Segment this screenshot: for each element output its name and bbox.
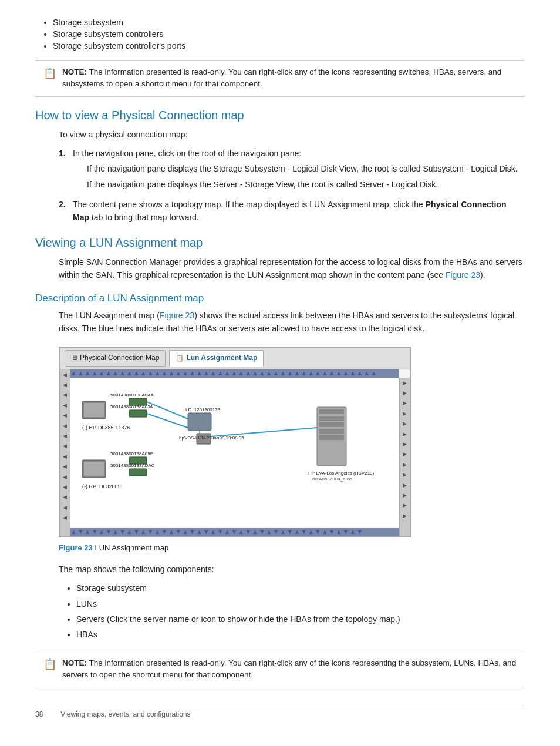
note-text-2: NOTE: The information presented is read-… (62, 657, 517, 681)
server-2-label: (-) RP_DL32005 (82, 483, 121, 489)
bottom-arrow-border: ▲▼▲▼▲▼▲▼▲▼▲▼▲▼▲▼▲▼▲▼▲▼▲▼▲▼▲▼▲▼▲▼▲▼▲▼▲▼▲▼… (70, 528, 399, 536)
right-arrow-9[interactable]: ▶ (403, 461, 407, 469)
storage-row-3 (319, 422, 344, 427)
step-1-subbullets: If the navigation pane displays the Stor… (87, 162, 525, 191)
map-comp-1: Storage subsystem (76, 582, 525, 594)
right-arrow-13[interactable]: ▶ (403, 501, 407, 509)
figure-caption-label: Figure 23 (59, 543, 93, 552)
storage-row-4 (319, 429, 344, 434)
figure-23-caption: Figure 23 LUN Assignment map (59, 542, 525, 555)
left-arrow-8[interactable]: ◀ (63, 442, 67, 450)
right-arrow-8[interactable]: ▶ (403, 450, 407, 458)
bullet-item-1: Storage subsystem (53, 18, 525, 27)
right-arrow-4[interactable]: ▶ (403, 409, 407, 418)
bottom-arrows: ▲▼▲▼▲▼▲▼▲▼▲▼▲▼▲▼▲▼▲▼▲▼▲▼▲▼▲▼▲▼▲▼▲▼▲▼▲▼▲▼… (70, 528, 363, 536)
footer-text: Viewing maps, events, and configurations (60, 710, 190, 718)
left-arrow-3[interactable]: ◀ (63, 391, 67, 399)
storage-label-1: HP EVA-Los Angeles (HSV210) (308, 471, 375, 476)
figure-tab-bar: 🖥 Physical Connection Map 📋 Lun Assignme… (60, 348, 410, 369)
right-arrow-1[interactable]: ▶ (403, 379, 407, 387)
section-heading-physical: How to view a Physical Connection map (35, 109, 525, 122)
storage-row-5 (319, 435, 344, 440)
ld-icon (188, 413, 211, 431)
figure-caption-text: LUN Assignment map (93, 543, 168, 552)
lun-intro-text: Simple SAN Connection Manager provides a… (59, 256, 525, 282)
server-1-screen (84, 403, 104, 417)
section-heading-lun: Viewing a LUN Assignment map (35, 236, 525, 250)
tab-physical-icon: 🖥 (71, 353, 77, 364)
top-arrows: ▲▲▲▲▲▲▲▲▲▲▲▲▲▲▲▲▲▲▲▲▲▲▲▲▲▲▲▲▲▲▲▲▲▲▲▲▲▲▲▲… (70, 369, 377, 378)
hba-label-4: 500143800138ADAC (110, 463, 155, 468)
section-heading-desc: Description of a LUN Assignment map (35, 293, 525, 304)
right-scrollbar[interactable]: ▶ ▶ ▶ ▶ ▶ ▶ ▶ ▶ ▶ ▶ ▶ ▶ ▶ ▶ (399, 378, 410, 536)
left-arrow-5[interactable]: ◀ (63, 411, 67, 419)
right-arrow-7[interactable]: ▶ (403, 440, 407, 448)
left-arrow-2[interactable]: ◀ (63, 381, 67, 389)
right-arrow-3[interactable]: ▶ (403, 399, 407, 407)
left-arrow-4[interactable]: ◀ (63, 401, 67, 409)
bullet-item-2: Storage subsystem controllers (53, 29, 525, 39)
right-arrow-2[interactable]: ▶ (403, 389, 407, 397)
step-2-num: 2. (59, 198, 69, 211)
section-lun-body: Simple SAN Connection Manager provides a… (59, 256, 525, 282)
lun-storage-line (211, 428, 317, 436)
figure-23-link-2[interactable]: Figure 23 (160, 311, 194, 320)
diagram-area: ▲▲▲▲▲▲▲▲▲▲▲▲▲▲▲▲▲▲▲▲▲▲▲▲▲▲▲▲▲▲▲▲▲▲▲▲▲▲▲▲… (70, 369, 399, 536)
storage-row-2 (319, 416, 344, 421)
left-arrow-15[interactable]: ◀ (63, 513, 67, 522)
left-arrow-11[interactable]: ◀ (63, 473, 67, 481)
hba-chip-4 (129, 469, 147, 476)
left-arrow-9[interactable]: ◀ (63, 452, 67, 461)
intro-bullet-list: Storage subsystem Storage subsystem cont… (53, 18, 525, 51)
storage-row-1 (319, 409, 344, 414)
physical-steps-list: 1. In the navigation pane, click on the … (59, 147, 525, 224)
step-1-sub-1: If the navigation pane displays the Stor… (87, 162, 525, 175)
map-components-list: Storage subsystem LUNs Servers (Click th… (76, 582, 525, 641)
left-arrow-7[interactable]: ◀ (63, 432, 67, 440)
hba-label-1: 500143800138A0AA (110, 392, 154, 398)
page-footer: 38 Viewing maps, events, and configurati… (35, 705, 525, 718)
left-scrollbar[interactable]: ◀ ◀ ◀ ◀ ◀ ◀ ◀ ◀ ◀ ◀ ◀ ◀ ◀ ◀ ◀ (60, 369, 70, 536)
section-desc-body: The LUN Assignment map (Figure 23) shows… (59, 309, 525, 641)
physical-intro: To view a physical connection map: (59, 128, 525, 141)
right-arrow-12[interactable]: ▶ (403, 491, 407, 499)
step-1-sub-2: If the navigation pane displays the Serv… (87, 178, 525, 191)
left-arrow-1[interactable]: ◀ (63, 371, 67, 379)
left-arrow-12[interactable]: ◀ (63, 483, 67, 491)
server-1-label: (-) RP-DL385-11376 (82, 425, 130, 431)
storage-label-2: 60:A0537004_alias (312, 476, 353, 482)
top-arrow-border: ▲▲▲▲▲▲▲▲▲▲▲▲▲▲▲▲▲▲▲▲▲▲▲▲▲▲▲▲▲▲▲▲▲▲▲▲▲▲▲▲… (70, 369, 399, 378)
step-1: 1. In the navigation pane, click on the … (59, 147, 525, 193)
map-comp-3: Servers (Click the server name or icon t… (76, 613, 525, 626)
note-icon-1: 📋 (43, 67, 56, 80)
tab-lun-assignment[interactable]: 📋 Lun Assignment Map (169, 350, 264, 366)
step-1-num: 1. (59, 147, 69, 160)
step-1-content: In the navigation pane, click on the roo… (73, 147, 525, 193)
step-2: 2. The content pane shows a topology map… (59, 198, 525, 224)
note-box-2: 📋 NOTE: The information presented is rea… (35, 651, 525, 688)
hba-label-3: 500143800138A09E (110, 451, 153, 456)
right-arrow-6[interactable]: ▶ (403, 430, 407, 438)
map-comp-2: LUNs (76, 597, 525, 610)
note-box-1: 📋 NOTE: The information presented is rea… (35, 60, 525, 97)
ld-label: LD_1201300133 (185, 407, 221, 412)
note-text-1: NOTE: The information presented is read-… (62, 66, 517, 90)
desc-intro-text: The LUN Assignment map (Figure 23) shows… (59, 309, 525, 335)
note-label-2: NOTE: (62, 658, 87, 667)
hba-label-2: 500143800138A054 (110, 404, 153, 409)
right-arrow-10[interactable]: ▶ (403, 471, 407, 479)
tab-physical-connection[interactable]: 🖥 Physical Connection Map (65, 350, 166, 366)
figure-23-container: 🖥 Physical Connection Map 📋 Lun Assignme… (59, 347, 411, 537)
left-arrow-6[interactable]: ◀ (63, 422, 67, 430)
tab-lun-label: Lun Assignment Map (186, 352, 257, 364)
left-arrow-10[interactable]: ◀ (63, 462, 67, 471)
right-arrow-11[interactable]: ▶ (403, 481, 407, 489)
figure-23-link-1[interactable]: Figure 23 (446, 270, 480, 280)
figure-inner-wrapper: ◀ ◀ ◀ ◀ ◀ ◀ ◀ ◀ ◀ ◀ ◀ ◀ ◀ ◀ ◀ ▲▲▲▲▲▲▲▲▲ (60, 369, 410, 536)
left-arrow-14[interactable]: ◀ (63, 503, 67, 512)
left-arrow-13[interactable]: ◀ (63, 493, 67, 501)
right-arrow-14[interactable]: ▶ (403, 512, 407, 520)
section-physical-body: To view a physical connection map: 1. In… (59, 128, 525, 224)
tab-physical-label: Physical Connection Map (80, 352, 159, 364)
right-arrow-5[interactable]: ▶ (403, 419, 407, 428)
